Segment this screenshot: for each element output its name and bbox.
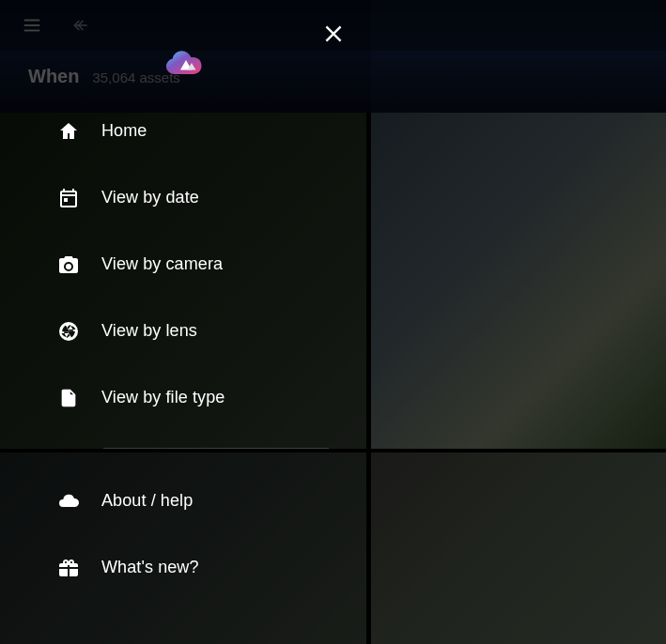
gift-icon — [56, 556, 81, 580]
close-drawer-button[interactable] — [317, 17, 350, 51]
lens-aperture-icon — [56, 319, 81, 344]
nav-label: What's new? — [101, 558, 199, 577]
nav-label: View by date — [101, 188, 199, 207]
close-icon — [321, 22, 346, 46]
nav-label: About / help — [101, 491, 193, 511]
app-logo — [0, 49, 371, 77]
nav-item-filetype[interactable]: View by file type — [56, 364, 371, 431]
nav-list: Home View by date View by camera View by… — [0, 98, 371, 601]
nav-label: View by camera — [101, 254, 223, 274]
nav-drawer: Home View by date View by camera View by… — [0, 0, 371, 644]
nav-label: View by lens — [101, 321, 197, 341]
nav-divider — [103, 448, 329, 449]
nav-item-lens[interactable]: View by lens — [56, 298, 371, 364]
nav-item-date[interactable]: View by date — [56, 164, 371, 231]
cloud-logo-icon — [163, 49, 209, 77]
calendar-icon — [56, 186, 81, 210]
nav-item-whatsnew[interactable]: What's new? — [56, 534, 371, 601]
nav-item-about[interactable]: About / help — [56, 468, 371, 534]
camera-icon — [56, 253, 81, 277]
home-icon — [56, 119, 81, 144]
cloud-icon — [56, 489, 81, 514]
nav-item-home[interactable]: Home — [56, 98, 371, 164]
nav-label: View by file type — [101, 388, 225, 407]
svg-rect-8 — [64, 198, 68, 202]
nav-item-camera[interactable]: View by camera — [56, 231, 371, 298]
file-icon — [56, 386, 81, 410]
nav-label: Home — [101, 121, 147, 141]
